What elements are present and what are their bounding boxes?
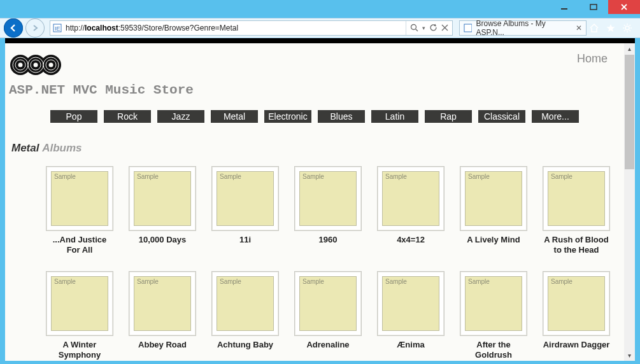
- vertical-scrollbar[interactable]: ▴ ▾: [624, 43, 635, 361]
- album-title: 1960: [294, 235, 362, 245]
- album-item[interactable]: SampleA Winter Symphony: [46, 271, 113, 361]
- titlebar[interactable]: [0, 0, 640, 18]
- genre-more[interactable]: More...: [532, 110, 579, 123]
- page-favicon: IE: [50, 24, 64, 32]
- album-title: Ænima: [377, 340, 444, 350]
- genre-metal[interactable]: Metal: [211, 110, 258, 123]
- scroll-down-arrow[interactable]: ▾: [624, 350, 635, 361]
- window-minimize-button[interactable]: [550, 0, 579, 14]
- dropdown-icon[interactable]: ▾: [422, 25, 425, 31]
- sample-label: Sample: [137, 173, 159, 180]
- album-cover[interactable]: Sample: [46, 271, 113, 336]
- album-cover[interactable]: Sample: [211, 166, 279, 231]
- sample-label: Sample: [385, 278, 407, 285]
- genre-rock[interactable]: Rock: [104, 110, 151, 123]
- genre-classical[interactable]: Classical: [478, 110, 525, 123]
- home-icon[interactable]: [589, 23, 599, 33]
- album-item[interactable]: SampleA Lively Mind: [460, 166, 527, 256]
- home-link[interactable]: Home: [577, 52, 615, 66]
- album-cover[interactable]: Sample: [460, 271, 527, 336]
- album-item[interactable]: Sample1960: [294, 166, 362, 256]
- album-cover[interactable]: Sample: [129, 271, 196, 336]
- gear-icon[interactable]: [622, 23, 632, 33]
- album-cover[interactable]: Sample: [377, 166, 444, 231]
- svg-line-7: [416, 29, 418, 31]
- address-bar[interactable]: IE http://localhost:59539/Store/Browse?G…: [50, 20, 453, 36]
- genre-latin[interactable]: Latin: [371, 110, 418, 123]
- album-cover[interactable]: Sample: [129, 166, 196, 231]
- svg-text:IE: IE: [55, 25, 60, 32]
- album-cover[interactable]: Sample: [543, 166, 610, 231]
- sample-label: Sample: [54, 173, 76, 180]
- tab-strip: Browse Albums - My ASP.N... ✕: [459, 20, 587, 36]
- forward-button[interactable]: [25, 18, 45, 38]
- album-title: ...And Justice For All: [46, 235, 113, 256]
- album-cover[interactable]: Sample: [377, 271, 444, 336]
- album-title: 4x4=12: [377, 235, 444, 245]
- album-item[interactable]: SampleAbbey Road: [129, 271, 196, 361]
- genre-nav: PopRockJazzMetalElectronicBluesLatinRapC…: [5, 110, 624, 123]
- genre-rap[interactable]: Rap: [425, 110, 472, 123]
- browser-tab[interactable]: Browse Albums - My ASP.N... ✕: [459, 20, 587, 36]
- scroll-thumb[interactable]: [625, 55, 634, 169]
- scroll-up-arrow[interactable]: ▴: [624, 43, 635, 54]
- page-content: Home ASP.NET MVC Music Store PopRockJazz…: [5, 38, 635, 361]
- svg-point-24: [34, 63, 38, 67]
- album-title: Adrenaline: [294, 340, 362, 350]
- heading-genre: Metal: [11, 142, 39, 154]
- album-item[interactable]: Sample...And Justice For All: [46, 166, 113, 256]
- album-item[interactable]: SampleAchtung Baby: [211, 271, 279, 361]
- album-item[interactable]: SampleAfter the Goldrush: [460, 271, 527, 361]
- browser-right-icons: [589, 23, 636, 33]
- scroll-viewport: Home ASP.NET MVC Music Store PopRockJazz…: [5, 43, 624, 361]
- sample-label: Sample: [551, 278, 572, 285]
- album-title: 10,000 Days: [129, 235, 196, 245]
- svg-rect-1: [590, 4, 597, 10]
- album-item[interactable]: SampleAdrenaline: [294, 271, 362, 361]
- heading-sub: Albums: [42, 142, 82, 154]
- album-cover[interactable]: Sample: [46, 166, 113, 231]
- browser-toolbar: IE http://localhost:59539/Store/Browse?G…: [0, 18, 640, 38]
- tab-close-icon[interactable]: ✕: [576, 24, 582, 32]
- window-chrome: IE http://localhost:59539/Store/Browse?G…: [0, 0, 640, 364]
- album-item[interactable]: SampleÆnima: [377, 271, 444, 361]
- refresh-icon[interactable]: [429, 24, 437, 33]
- search-icon[interactable]: [410, 24, 418, 33]
- album-title: Abbey Road: [129, 340, 196, 350]
- album-cover[interactable]: Sample: [543, 271, 610, 336]
- genre-pop[interactable]: Pop: [50, 110, 97, 123]
- genre-blues[interactable]: Blues: [318, 110, 365, 123]
- album-item[interactable]: SampleAirdrawn Dagger: [543, 271, 610, 361]
- album-cover[interactable]: Sample: [460, 166, 527, 231]
- genre-jazz[interactable]: Jazz: [157, 110, 204, 123]
- sample-label: Sample: [468, 173, 490, 180]
- svg-line-16: [624, 25, 625, 26]
- album-item[interactable]: SampleA Rush of Blood to the Head: [543, 166, 610, 256]
- site-logo[interactable]: [9, 51, 62, 80]
- genre-electronic[interactable]: Electronic: [264, 110, 311, 123]
- album-title: Achtung Baby: [211, 340, 279, 350]
- url-controls: ▾: [406, 21, 452, 35]
- stop-icon[interactable]: [441, 24, 448, 32]
- url-text[interactable]: http://localhost:59539/Store/Browse?Genr…: [64, 24, 406, 32]
- window-maximize-button[interactable]: [579, 0, 608, 14]
- album-item[interactable]: Sample11i: [211, 166, 279, 256]
- svg-point-11: [625, 26, 629, 30]
- sample-label: Sample: [302, 173, 324, 180]
- back-button[interactable]: [4, 18, 23, 38]
- album-title: A Winter Symphony: [46, 340, 113, 361]
- album-grid: Sample...And Justice For AllSample10,000…: [5, 166, 624, 360]
- album-item[interactable]: Sample4x4=12: [377, 166, 444, 256]
- album-cover[interactable]: Sample: [294, 166, 362, 231]
- album-title: Airdrawn Dagger: [543, 340, 610, 350]
- album-cover[interactable]: Sample: [294, 271, 362, 336]
- svg-point-6: [411, 24, 416, 29]
- album-cover[interactable]: Sample: [211, 271, 279, 336]
- window-close-button[interactable]: [608, 0, 640, 14]
- top-black-strip: [5, 38, 635, 43]
- svg-line-17: [630, 31, 631, 32]
- site-title: ASP.NET MVC Music Store: [9, 83, 624, 97]
- svg-point-23: [18, 63, 23, 67]
- star-icon[interactable]: [606, 23, 616, 33]
- album-item[interactable]: Sample10,000 Days: [129, 166, 196, 256]
